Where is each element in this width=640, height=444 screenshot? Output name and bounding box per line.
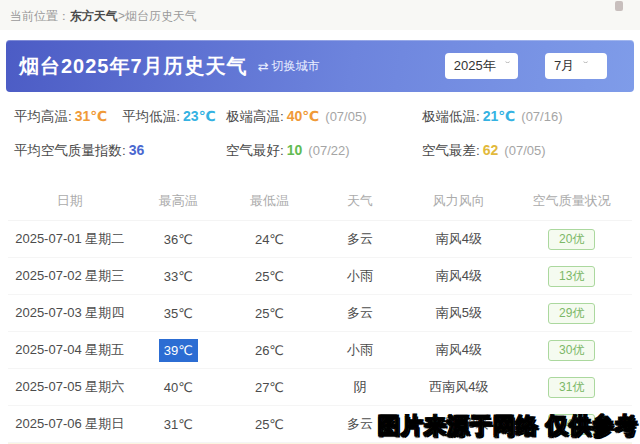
wind-cell: 南风4级 (406, 230, 511, 248)
low-temp-cell: 26℃ (225, 343, 314, 358)
low-temp-cell-value: 24℃ (255, 232, 284, 247)
aqi-cell: 13优 (512, 266, 632, 287)
year-select[interactable]: 2025年 ˇ (445, 53, 518, 79)
selected-text-highlight: 39℃ (159, 339, 198, 362)
weather-cell: 多云 (314, 230, 406, 248)
stats-row-air-quality: 平均空气质量指数:36 空气最好:10(07/22) 空气最差:62(07/05… (14, 134, 626, 168)
high-temp-cell-value: 40℃ (164, 380, 193, 395)
weather-cell: 小雨 (314, 341, 406, 359)
switch-city-label: 切换城市 (272, 58, 320, 75)
high-temp-cell-value: 35℃ (164, 306, 193, 321)
col-header-wind: 风力风向 (406, 192, 511, 210)
wind-cell-value: 西南风4级 (429, 379, 488, 394)
low-temp-cell: 25℃ (225, 269, 314, 284)
low-temp-cell-value: 27℃ (255, 380, 284, 395)
high-temp-cell: 39℃ (132, 343, 226, 358)
year-select-value: 2025年 (454, 57, 496, 75)
breadcrumb: 当前位置：东方天气>烟台历史天气 (0, 0, 640, 30)
corner-badge-icon (615, 1, 623, 11)
high-temp-cell: 35℃ (132, 306, 226, 321)
aqi-cell: 30优 (512, 340, 632, 361)
chevron-down-icon: ˇ (583, 61, 588, 72)
breadcrumb-current: 烟台历史天气 (125, 9, 197, 23)
high-temp-cell-value: 33℃ (164, 269, 193, 284)
low-temp-cell: 25℃ (225, 417, 314, 432)
aqi-cell: 29优 (512, 303, 632, 324)
date-cell-value: 2025-07-01 星期二 (15, 231, 124, 246)
aqi-badge: 13优 (548, 266, 595, 287)
stats-row-temperature: 平均高温:31℃ 平均低温:23℃ 极端高温:40℃(07/05) 极端低温:2… (14, 100, 626, 134)
weather-cell-value: 多云 (347, 305, 373, 320)
date-cell-value: 2025-07-04 星期五 (15, 342, 124, 357)
wind-cell: 西南风4级 (406, 378, 511, 396)
date-cell-value: 2025-07-02 星期三 (15, 268, 124, 283)
weather-cell-value: 小雨 (347, 268, 373, 283)
weather-cell-value: 多云 (347, 416, 373, 431)
aqi-badge: 29优 (548, 303, 595, 324)
table-body: 2025-07-01 星期二36℃24℃多云南风4级20优2025-07-02 … (8, 221, 632, 443)
wind-cell-value: 南风4级 (436, 231, 482, 246)
table-row: 2025-07-02 星期三33℃25℃小雨南风4级13优 (8, 258, 632, 295)
low-temp-cell: 27℃ (225, 380, 314, 395)
watermark: 图片来源于网络 仅供参考 (378, 411, 638, 441)
date-cell: 2025-07-03 星期四 (8, 304, 132, 322)
high-temp-cell: 40℃ (132, 380, 226, 395)
date-cell-value: 2025-07-03 星期四 (15, 305, 124, 320)
low-temp-cell: 24℃ (225, 232, 314, 247)
aqi-badge: 30优 (548, 340, 595, 361)
stat-best-air: 空气最好:10(07/22) (226, 143, 350, 158)
col-header-aqi: 空气质量状况 (512, 192, 632, 210)
stats-panel: 平均高温:31℃ 平均低温:23℃ 极端高温:40℃(07/05) 极端低温:2… (0, 100, 640, 168)
weather-table: 日期 最高温 最低温 天气 风力风向 空气质量状况 2025-07-01 星期二… (8, 182, 632, 444)
wind-cell-value: 南风5级 (436, 305, 482, 320)
switch-city-button[interactable]: ⇄ 切换城市 (258, 58, 320, 75)
date-cell: 2025-07-02 星期三 (8, 267, 132, 285)
wind-cell-value: 南风4级 (436, 342, 482, 357)
main-content: 平均高温:31℃ 平均低温:23℃ 极端高温:40℃(07/05) 极端低温:2… (0, 100, 640, 444)
col-header-high: 最高温 (132, 192, 226, 210)
date-selectors: 2025年 ˇ 7月 ˇ (445, 53, 607, 79)
weather-cell: 阴 (314, 378, 406, 396)
table-row: 2025-07-04 星期五39℃26℃小雨南风4级30优 (8, 332, 632, 369)
table-header-row: 日期 最高温 最低温 天气 风力风向 空气质量状况 (8, 182, 632, 221)
stat-avg-aqi: 平均空气质量指数:36 (14, 142, 144, 160)
low-temp-cell-value: 25℃ (255, 306, 284, 321)
low-temp-cell-value: 25℃ (255, 269, 284, 284)
chevron-down-icon: ˇ (505, 61, 510, 72)
low-temp-cell-value: 25℃ (255, 417, 284, 432)
date-cell: 2025-07-04 星期五 (8, 341, 132, 359)
stat-worst-air: 空气最差:62(07/05) (422, 143, 546, 158)
breadcrumb-prefix: 当前位置： (10, 9, 70, 23)
date-cell: 2025-07-06 星期日 (8, 415, 132, 433)
weather-cell-value: 阴 (353, 379, 366, 394)
weather-cell: 小雨 (314, 267, 406, 285)
stat-avg-low: 平均低温:23℃ (122, 108, 215, 126)
aqi-cell: 31优 (512, 377, 632, 398)
low-temp-cell-value: 26℃ (255, 343, 284, 358)
col-header-low: 最低温 (225, 192, 314, 210)
col-header-weather: 天气 (314, 192, 406, 210)
wind-cell: 南风4级 (406, 267, 511, 285)
table-row: 2025-07-01 星期二36℃24℃多云南风4级20优 (8, 221, 632, 258)
wind-cell: 南风5级 (406, 304, 511, 322)
month-select-value: 7月 (554, 57, 574, 75)
swap-arrows-icon: ⇄ (258, 59, 269, 74)
weather-cell: 多云 (314, 304, 406, 322)
stat-extreme-low: 极端低温:21℃(07/16) (422, 109, 563, 124)
high-temp-cell: 36℃ (132, 232, 226, 247)
breadcrumb-site-link[interactable]: 东方天气 (70, 9, 118, 23)
high-temp-cell: 33℃ (132, 269, 226, 284)
aqi-badge: 20优 (548, 229, 595, 250)
weather-cell-value: 小雨 (347, 342, 373, 357)
header-bar: 烟台2025年7月历史天气 ⇄ 切换城市 2025年 ˇ 7月 ˇ (6, 40, 634, 92)
stat-extreme-high: 极端高温:40℃(07/05) (226, 109, 367, 124)
date-cell: 2025-07-05 星期六 (8, 378, 132, 396)
stat-avg-high: 平均高温:31℃ (14, 108, 107, 126)
high-temp-cell: 31℃ (132, 417, 226, 432)
weather-cell-value: 多云 (347, 231, 373, 246)
col-header-date: 日期 (8, 192, 132, 210)
wind-cell: 南风4级 (406, 341, 511, 359)
table-row: 2025-07-05 星期六40℃27℃阴西南风4级31优 (8, 369, 632, 406)
month-select[interactable]: 7月 ˇ (545, 53, 607, 79)
breadcrumb-separator: > (118, 9, 125, 23)
